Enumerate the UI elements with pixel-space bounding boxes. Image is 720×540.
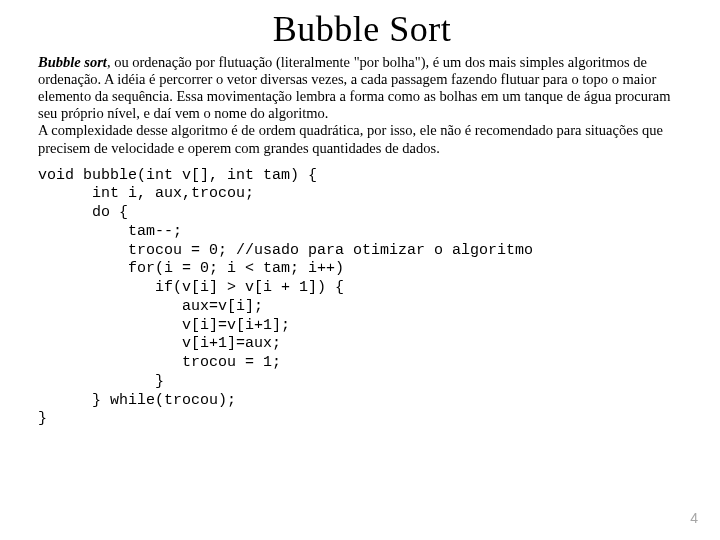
lead-term: Bubble sort	[38, 54, 107, 70]
description-paragraph: Bubble sort, ou ordenação por flutuação …	[38, 54, 686, 157]
paragraph-2: A complexidade desse algoritmo é de orde…	[38, 122, 663, 155]
slide-title: Bubble Sort	[38, 8, 686, 50]
page-number: 4	[690, 510, 698, 526]
slide: Bubble Sort Bubble sort, ou ordenação po…	[0, 0, 720, 540]
code-block: void bubble(int v[], int tam) { int i, a…	[38, 167, 686, 430]
paragraph-1: , ou ordenação por flutuação (literalmen…	[38, 54, 671, 121]
